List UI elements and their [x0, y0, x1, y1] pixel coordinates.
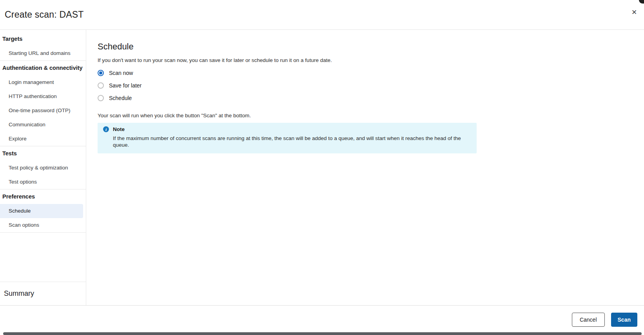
sidebar-section-header-authentication-connectivity: Authentication & connectivity — [0, 61, 86, 75]
sidebar-item-login-management[interactable]: Login management — [0, 75, 86, 89]
intro-text: If you don't want to run your scan now, … — [98, 57, 644, 64]
radio-selected-icon[interactable] — [98, 70, 104, 76]
note-body: If the maximum number of concurrent scan… — [113, 135, 470, 148]
radio-option-save-for-later[interactable]: Save for later — [98, 79, 141, 92]
sidebar: TargetsStarting URL and domainsAuthentic… — [0, 30, 86, 305]
schedule-radio-group: Scan nowSave for laterSchedule — [98, 67, 644, 104]
sidebar-item-communication[interactable]: Communication — [0, 118, 86, 132]
dialog-footer: Cancel Scan — [0, 305, 644, 335]
scan-button[interactable]: Scan — [611, 313, 637, 327]
sidebar-section-tests: TestsTest policy & optimizationTest opti… — [0, 146, 86, 189]
sidebar-section-authentication-connectivity: Authentication & connectivityLogin manag… — [0, 61, 86, 146]
sidebar-item-test-options[interactable]: Test options — [0, 175, 86, 189]
sidebar-item-test-policy-optimization[interactable]: Test policy & optimization — [0, 161, 86, 175]
sidebar-item-starting-url-and-domains[interactable]: Starting URL and domains — [0, 46, 86, 60]
close-icon: ✕ — [631, 9, 637, 16]
radio-label: Scan now — [109, 70, 133, 76]
scrollbar-thumb[interactable] — [3, 332, 642, 335]
sidebar-item-summary[interactable]: Summary — [0, 282, 86, 305]
sidebar-section-preferences: PreferencesScheduleScan options — [0, 189, 86, 233]
cancel-button[interactable]: Cancel — [572, 313, 605, 327]
dialog-title: Create scan: DAST — [5, 9, 84, 20]
dialog-header: Create scan: DAST ✕ — [0, 0, 644, 30]
sidebar-spacer — [0, 233, 86, 282]
sidebar-item-one-time-password-otp[interactable]: One-time password (OTP) — [0, 104, 86, 118]
sidebar-section-header-preferences: Preferences — [0, 189, 86, 204]
note-title: Note — [113, 126, 125, 132]
sidebar-item-scan-options[interactable]: Scan options — [0, 218, 86, 232]
horizontal-scrollbar[interactable] — [0, 332, 644, 335]
create-scan-dialog: Create scan: DAST ✕ TargetsStarting URL … — [0, 0, 644, 335]
dialog-body: TargetsStarting URL and domainsAuthentic… — [0, 30, 644, 305]
radio-option-scan-now[interactable]: Scan now — [98, 67, 133, 79]
sidebar-item-http-authentication[interactable]: HTTP authentication — [0, 89, 86, 104]
summary-label: Summary — [4, 289, 34, 298]
info-icon: i — [103, 126, 109, 132]
note-box: i Note If the maximum number of concurre… — [98, 123, 477, 153]
page-title: Schedule — [98, 42, 644, 52]
sidebar-item-explore[interactable]: Explore — [0, 132, 86, 146]
radio-label: Schedule — [109, 95, 132, 101]
close-button[interactable]: ✕ — [629, 7, 639, 18]
note-header: i Note — [103, 126, 470, 132]
sidebar-section-header-targets: Targets — [0, 32, 86, 46]
sidebar-item-schedule[interactable]: Schedule — [0, 204, 83, 218]
sidebar-sections: TargetsStarting URL and domainsAuthentic… — [0, 32, 86, 233]
radio-option-schedule[interactable]: Schedule — [98, 92, 132, 104]
cursor-artifact — [639, 0, 644, 4]
radio-unselected-icon[interactable] — [98, 95, 104, 101]
sidebar-section-targets: TargetsStarting URL and domains — [0, 32, 86, 61]
radio-label: Save for later — [109, 82, 141, 89]
run-info-text: Your scan will run when you click the bu… — [98, 112, 644, 119]
main-content: Schedule If you don't want to run your s… — [86, 30, 644, 305]
sidebar-section-header-tests: Tests — [0, 146, 86, 161]
radio-unselected-icon[interactable] — [98, 82, 104, 89]
